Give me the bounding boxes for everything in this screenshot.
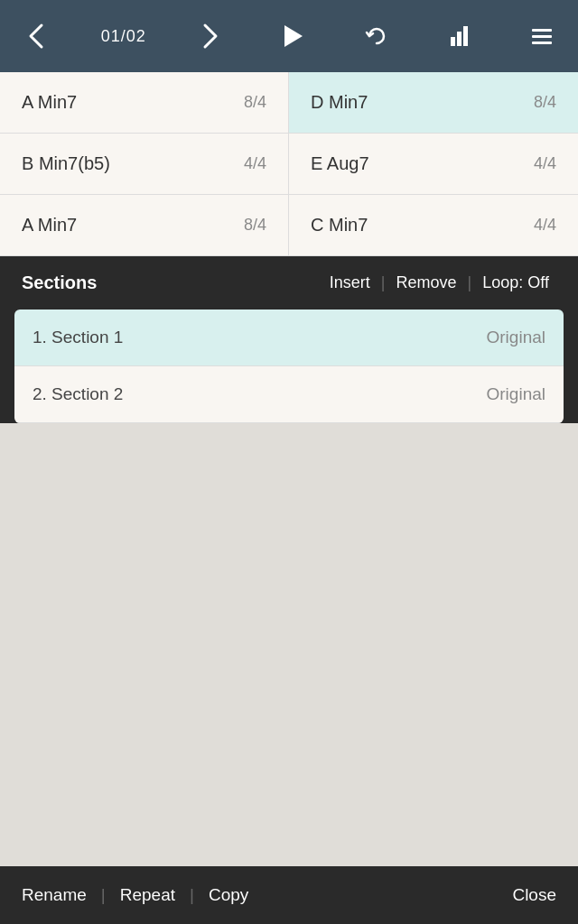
- chord-name: A Min7: [22, 215, 77, 236]
- chord-cell[interactable]: C Min7 4/4: [289, 195, 578, 256]
- remove-button[interactable]: Remove: [389, 273, 464, 292]
- chord-name: E Aug7: [311, 153, 369, 174]
- section-item-type: Original: [487, 384, 545, 404]
- sections-empty-area: [0, 423, 578, 866]
- chord-time: 4/4: [534, 154, 556, 173]
- chord-time: 4/4: [534, 216, 556, 235]
- next-button[interactable]: [192, 18, 228, 54]
- chord-cell[interactable]: A Min7 8/4: [0, 72, 289, 134]
- sections-header: Sections Insert | Remove | Loop: Off: [0, 256, 578, 310]
- divider: |: [87, 885, 120, 905]
- section-item-name: 2. Section 2: [33, 384, 123, 404]
- section-item[interactable]: 2. Section 2 Original: [14, 366, 564, 423]
- chord-name: C Min7: [311, 215, 368, 236]
- chord-time: 8/4: [244, 216, 266, 235]
- menu-button[interactable]: [524, 18, 560, 54]
- chord-time: 8/4: [534, 93, 556, 112]
- undo-button[interactable]: [359, 18, 395, 54]
- bottom-toolbar: Rename | Repeat | Copy Close: [0, 866, 578, 924]
- divider: |: [464, 273, 476, 292]
- section-item-name: 1. Section 1: [33, 328, 123, 347]
- divider: |: [175, 885, 209, 905]
- play-button[interactable]: [275, 18, 312, 54]
- section-item[interactable]: 1. Section 1 Original: [14, 310, 564, 366]
- section-item-type: Original: [487, 328, 545, 347]
- close-button[interactable]: Close: [512, 885, 556, 905]
- chart-button[interactable]: [441, 18, 477, 54]
- chord-time: 4/4: [244, 154, 266, 173]
- chord-cell[interactable]: B Min7(b5) 4/4: [0, 134, 289, 195]
- chord-time: 8/4: [244, 93, 266, 112]
- chart-icon: [451, 26, 468, 46]
- chord-name: B Min7(b5): [22, 153, 110, 174]
- chord-name: D Min7: [311, 92, 368, 113]
- bars-icon: [532, 29, 552, 44]
- rename-button[interactable]: Rename: [22, 885, 87, 905]
- section-list: 1. Section 1 Original 2. Section 2 Origi…: [14, 310, 564, 423]
- chord-grid: A Min7 8/4 D Min7 8/4 B Min7(b5) 4/4 E A…: [0, 72, 578, 256]
- sections-panel: Sections Insert | Remove | Loop: Off 1. …: [0, 256, 578, 423]
- chord-cell[interactable]: E Aug7 4/4: [289, 134, 578, 195]
- chord-name: A Min7: [22, 92, 77, 113]
- chord-cell[interactable]: A Min7 8/4: [0, 195, 289, 256]
- sections-title: Sections: [22, 273, 322, 293]
- copy-button[interactable]: Copy: [209, 885, 248, 905]
- page-indicator: 01/02: [101, 27, 146, 46]
- divider: |: [378, 273, 389, 292]
- chord-cell[interactable]: D Min7 8/4: [289, 72, 578, 134]
- prev-button[interactable]: [18, 18, 54, 54]
- loop-button[interactable]: Loop: Off: [475, 273, 556, 292]
- play-icon: [284, 25, 303, 47]
- repeat-button[interactable]: Repeat: [120, 885, 175, 905]
- top-nav: 01/02: [0, 0, 578, 72]
- insert-button[interactable]: Insert: [322, 273, 378, 292]
